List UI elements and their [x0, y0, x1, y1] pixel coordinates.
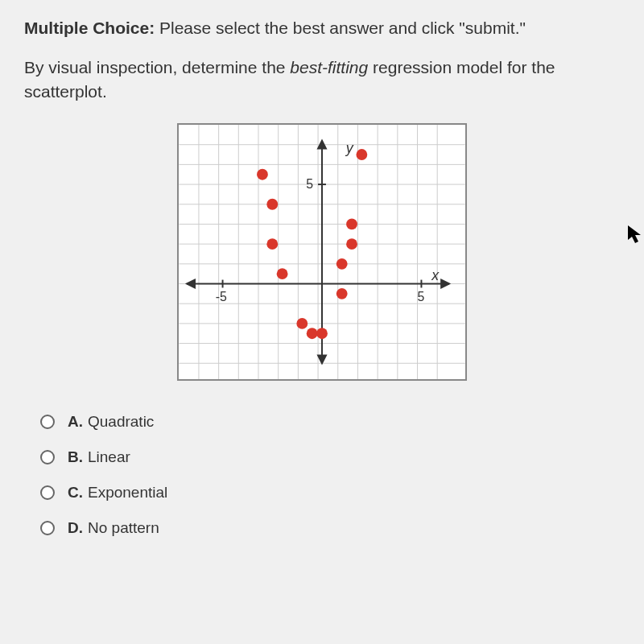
- svg-marker-34: [628, 225, 641, 243]
- ytick-5: 5: [306, 177, 313, 191]
- x-axis-label: x: [431, 267, 440, 283]
- data-point: [316, 328, 328, 339]
- radio-button[interactable]: [40, 415, 55, 429]
- data-point: [277, 268, 288, 279]
- option-letter: C.: [68, 484, 83, 502]
- data-point: [346, 238, 357, 250]
- data-point: [266, 238, 278, 250]
- instruction-text: Please select the best answer and click …: [155, 19, 526, 37]
- question-emphasis: best-fitting: [290, 58, 373, 76]
- option-label: Linear: [88, 448, 130, 466]
- radio-button[interactable]: [40, 485, 55, 500]
- cursor-icon: [626, 224, 644, 250]
- xtick-neg5: -5: [216, 290, 227, 303]
- data-point: [336, 288, 348, 299]
- chart-container: y x -5 5 5: [24, 123, 620, 381]
- radio-button[interactable]: [40, 450, 55, 464]
- option-label: Quadratic: [88, 413, 154, 431]
- options-list: A.QuadraticB.LinearC.ExponentialD.No pat…: [40, 413, 620, 537]
- data-point: [336, 258, 348, 270]
- question-text: By visual inspection, determine the best…: [24, 56, 620, 103]
- option-row[interactable]: A.Quadratic: [40, 413, 620, 431]
- y-axis-label: y: [345, 140, 354, 156]
- chart-svg: y x -5 5 5: [179, 125, 465, 379]
- option-letter: B.: [68, 448, 83, 466]
- data-point: [266, 199, 278, 210]
- question-part1: By visual inspection, determine the: [24, 58, 290, 76]
- option-row[interactable]: D.No pattern: [40, 519, 620, 537]
- data-point: [346, 219, 357, 230]
- option-letter: A.: [68, 413, 83, 431]
- option-row[interactable]: C.Exponential: [40, 484, 620, 502]
- scatterplot-chart: y x -5 5 5: [177, 123, 467, 381]
- option-letter: D.: [68, 519, 83, 537]
- option-label: No pattern: [88, 519, 159, 537]
- data-point: [257, 169, 268, 180]
- instruction-line: Multiple Choice: Please select the best …: [24, 16, 620, 39]
- instruction-prefix: Multiple Choice:: [24, 19, 155, 37]
- option-label: Exponential: [88, 484, 167, 502]
- svg-marker-30: [318, 356, 326, 364]
- data-point: [307, 328, 318, 339]
- svg-marker-28: [187, 280, 195, 288]
- radio-button[interactable]: [40, 521, 55, 535]
- data-point: [356, 149, 367, 160]
- svg-marker-27: [441, 280, 449, 288]
- data-point: [296, 318, 308, 329]
- xtick-5: 5: [418, 290, 425, 303]
- svg-marker-29: [318, 141, 326, 149]
- option-row[interactable]: B.Linear: [40, 448, 620, 466]
